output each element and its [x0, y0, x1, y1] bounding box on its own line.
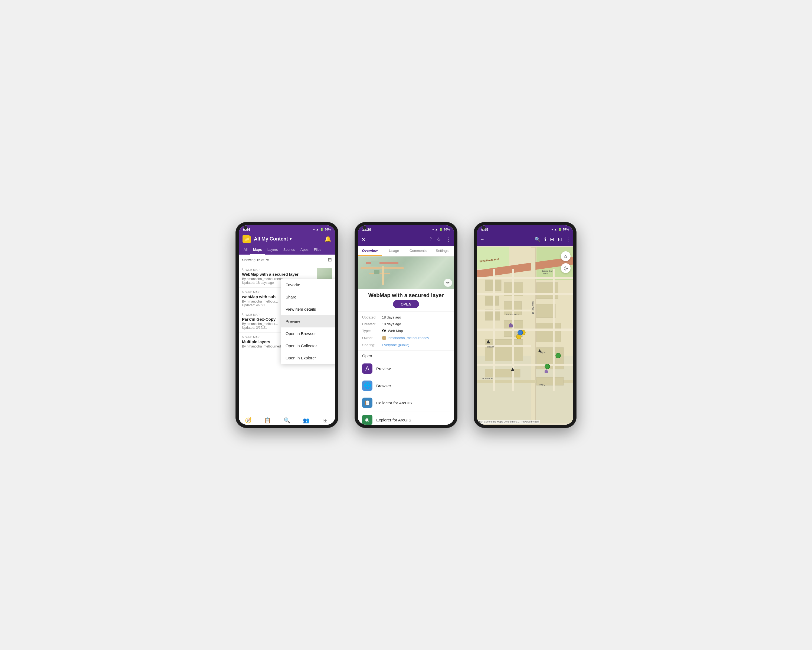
meta-sharing: Sharing: Everyone (public) [362, 341, 450, 348]
phone-1-content: ↻ WEB MAP WebMap with a secured layer By… [239, 265, 335, 414]
camera-icon[interactable]: ⊡ [558, 236, 562, 242]
svg-rect-23 [477, 310, 531, 312]
open-section-label: Open [362, 353, 450, 358]
battery-level: 86% [444, 228, 450, 231]
svg-rect-17 [485, 340, 523, 361]
locate-button[interactable]: ◎ [561, 263, 571, 273]
wifi-icon: ▾ [432, 228, 434, 231]
dropdown-arrow-icon[interactable]: ▾ [290, 237, 292, 241]
filter-text: Showing 16 of 75 [242, 258, 269, 262]
phone-1-status-bar: 9:54 ▾ ▲ 🔋 56% [239, 225, 335, 233]
tab-overview[interactable]: Overview [358, 246, 382, 256]
wifi-icon: ▾ [551, 228, 553, 231]
tab-layers[interactable]: Layers [265, 245, 281, 255]
context-favorite[interactable]: Favorite [281, 279, 335, 291]
tab-all[interactable]: All [241, 245, 250, 255]
nav-people[interactable]: 👥 [297, 417, 316, 424]
context-menu: Favorite Share View item details Preview… [281, 279, 335, 364]
phone-1: 9:54 ▾ ▲ 🔋 56% 📁 All My Content ▾ 🔔 [235, 222, 338, 428]
tab-usage[interactable]: Usage [382, 246, 406, 256]
notification-bell-icon[interactable]: 🔔 [325, 236, 331, 242]
phone-2-screen: 10:29 ▾ ▲ 🔋 86% ✕ ⤴ ☆ ⋮ Overview [358, 225, 454, 425]
browser-label: Browser [376, 384, 391, 388]
context-open-browser[interactable]: Open in Browser [281, 327, 335, 340]
map-view[interactable]: W Redlands Blvd New York St W State St J… [477, 246, 573, 425]
back-arrow-icon[interactable]: ← [479, 237, 484, 242]
phone-2-status-bar: 10:29 ▾ ▲ 🔋 86% [358, 225, 454, 233]
signal-icon: ▲ [435, 228, 438, 231]
ruler-icon[interactable]: ⊟ [550, 236, 554, 242]
tab-scenes[interactable]: Scenes [281, 245, 298, 255]
collector-label: Collector for ArcGIS [376, 401, 412, 405]
collector-icon: 📋 [362, 398, 372, 408]
folder-icon: 📁 [243, 235, 251, 243]
phone-3-status-icons: ▾ ▲ 🔋 57% [551, 228, 569, 231]
header-left: 📁 All My Content ▾ [243, 235, 292, 243]
sharing-value[interactable]: Everyone (public) [382, 343, 409, 347]
context-open-collector[interactable]: Open in Collector [281, 340, 335, 352]
phone-3-topbar: ← 🔍 ℹ ⊟ ⊡ ⋮ [477, 233, 573, 246]
svg-rect-21 [477, 277, 573, 279]
context-share[interactable]: Share [281, 291, 335, 303]
open-section: Open A Preview 🌐 Browser 📋 Collector for… [358, 350, 454, 425]
phone-1-screen: 9:54 ▾ ▲ 🔋 56% 📁 All My Content ▾ 🔔 [239, 225, 335, 425]
phone-2-tabs: Overview Usage Comments Settings [358, 246, 454, 257]
owner-value[interactable]: nmanocha_melbournedev [388, 336, 429, 340]
explorer-label: Explorer for ArcGIS [376, 418, 411, 422]
more-icon[interactable]: ⋮ [446, 236, 451, 243]
svg-text:New York St: New York St [532, 301, 534, 314]
created-value: 18 days ago [382, 322, 401, 326]
tab-comments[interactable]: Comments [406, 246, 430, 256]
svg-rect-25 [477, 345, 531, 347]
open-button[interactable]: OPEN [393, 300, 419, 308]
tab-maps[interactable]: Maps [250, 245, 264, 255]
header-title: All My Content ▾ [254, 236, 292, 242]
nav-grid[interactable]: ⊞ [316, 417, 335, 424]
open-preview-option[interactable]: A Preview [362, 360, 450, 377]
nav-content[interactable]: 📋 [258, 417, 277, 424]
nav-search[interactable]: 🔍 [277, 417, 296, 424]
svg-rect-6 [531, 247, 536, 423]
home-button[interactable]: ⌂ [561, 251, 571, 261]
tab-settings[interactable]: Settings [430, 246, 454, 256]
open-explorer-option[interactable]: ◉ Explorer for ArcGIS [362, 411, 450, 425]
context-view-details[interactable]: View item details [281, 303, 335, 315]
svg-rect-26 [477, 364, 573, 366]
phone-1-tabs: All Maps Layers Scenes Apps Files [239, 245, 335, 255]
meta-owner: Owner: nmanocha_melbournedev [362, 335, 450, 341]
open-browser-option[interactable]: 🌐 Browser [362, 377, 450, 394]
svg-rect-9 [485, 296, 499, 306]
search-icon[interactable]: 🔍 [534, 236, 540, 242]
phone-2-status-icons: ▾ ▲ 🔋 86% [432, 228, 450, 231]
battery-icon: 🔋 [320, 228, 324, 231]
nav-compass[interactable]: 🧭 [239, 417, 258, 424]
open-collector-option[interactable]: 📋 Collector for ArcGIS [362, 394, 450, 411]
svg-rect-28 [512, 269, 514, 391]
topbar-action-icons: 🔍 ℹ ⊟ ⊡ ⋮ [534, 236, 571, 242]
info-icon[interactable]: ℹ [544, 236, 546, 242]
svg-rect-14 [536, 283, 558, 299]
share-icon[interactable]: ⤴ [429, 236, 432, 243]
item-title: WebMap with a secured layer [358, 289, 454, 300]
meta-created: Created: 18 days ago [362, 321, 450, 327]
svg-text:Eur Redlands: Eur Redlands [506, 313, 519, 315]
sharing-label: Sharing: [362, 343, 380, 347]
phone-3-status-bar: 9:55 ▾ ▲ 🔋 57% [477, 225, 573, 233]
filter-icon[interactable]: ⊟ [328, 257, 332, 263]
edit-pencil-icon[interactable]: ✏ [444, 279, 452, 287]
svg-text:Bldg Q: Bldg Q [487, 346, 494, 348]
tab-apps[interactable]: Apps [298, 245, 311, 255]
map-thumbnail [358, 257, 454, 289]
item-name: WebMap with a secured layer [242, 272, 314, 277]
tab-files[interactable]: Files [311, 245, 324, 255]
star-icon[interactable]: ☆ [436, 236, 441, 243]
svg-text:Bldg Q: Bldg Q [539, 384, 545, 386]
meta-type: Type: 🗺 Web Map [362, 327, 450, 335]
close-icon[interactable]: ✕ [361, 236, 366, 243]
context-preview[interactable]: Preview [281, 315, 335, 327]
more-icon[interactable]: ⋮ [566, 236, 571, 242]
explorer-icon: ◉ [362, 414, 372, 425]
phone-2-topbar: ✕ ⤴ ☆ ⋮ [358, 233, 454, 246]
owner-label: Owner: [362, 336, 380, 340]
context-open-explorer[interactable]: Open in Explorer [281, 352, 335, 364]
